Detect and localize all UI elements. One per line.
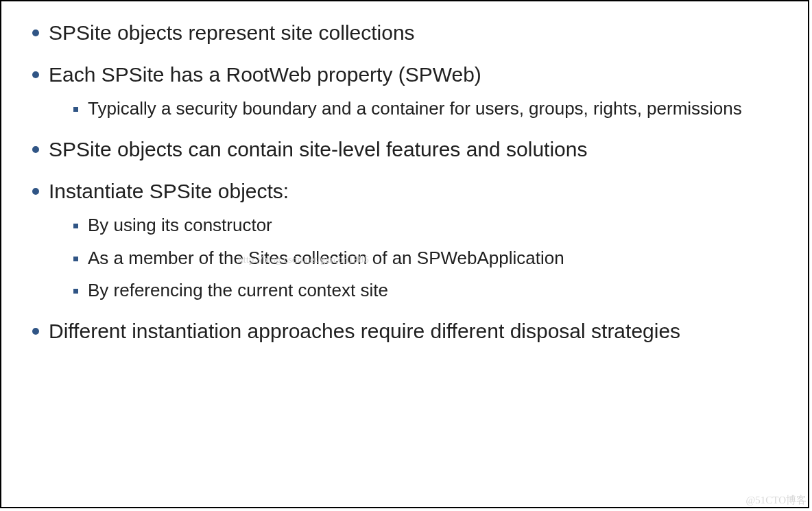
bullet-text: SPSite objects can contain site-level fe…	[49, 136, 587, 163]
bullet-dot-icon	[32, 146, 39, 153]
bullet-text: Different instantiation approaches requi…	[49, 318, 680, 344]
slide-frame: SPSite objects represent site collection…	[0, 0, 809, 508]
bullet-level2: As a member of the Sites collection of a…	[73, 247, 787, 270]
bullet-dot-icon	[32, 188, 39, 195]
bullet-level1: SPSite objects can contain site-level fe…	[32, 136, 787, 163]
bullet-square-icon	[73, 257, 78, 261]
bullet-square-icon	[73, 289, 78, 294]
bullet-text: By referencing the current context site	[88, 279, 388, 302]
bullet-level1: Different instantiation approaches requi…	[32, 318, 787, 344]
bullet-text: Each SPSite has a RootWeb property (SPWe…	[49, 61, 481, 88]
bullet-level2: Typically a security boundary and a cont…	[73, 97, 787, 121]
bullet-level2: By referencing the current context site	[73, 279, 787, 302]
bullet-square-icon	[73, 224, 78, 228]
bullet-square-icon	[73, 107, 78, 112]
bullet-level1: Each SPSite has a RootWeb property (SPWe…	[32, 61, 787, 88]
bullet-text: Instantiate SPSite objects:	[49, 178, 289, 204]
bullet-text: By using its constructor	[88, 214, 272, 237]
bullet-text: SPSite objects represent site collection…	[49, 19, 415, 46]
bullet-dot-icon	[32, 71, 39, 78]
bullet-level2: By using its constructor	[73, 214, 787, 237]
bullet-dot-icon	[32, 29, 39, 36]
bullet-text: Typically a security boundary and a cont…	[88, 97, 742, 121]
bullet-dot-icon	[32, 328, 39, 335]
bullet-level1: Instantiate SPSite objects:	[32, 178, 787, 204]
bullet-text: As a member of the Sites collection of a…	[88, 247, 564, 270]
bullet-level1: SPSite objects represent site collection…	[32, 19, 787, 46]
